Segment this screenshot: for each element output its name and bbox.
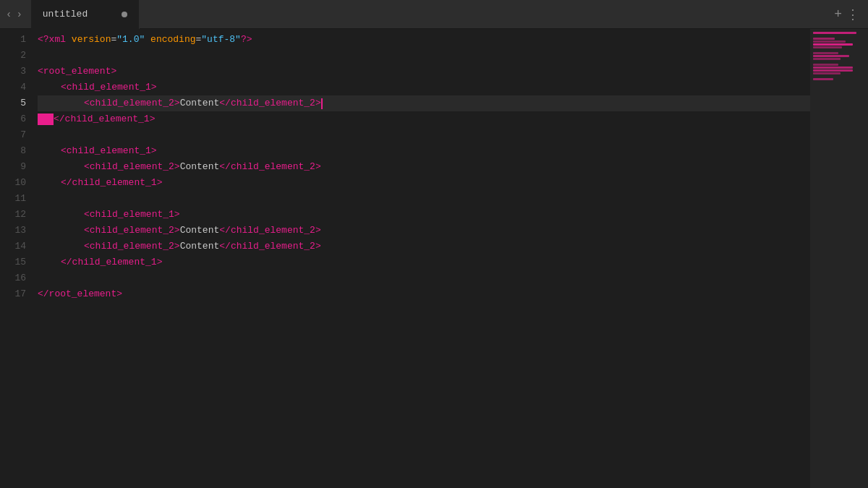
l14-content: Content bbox=[180, 239, 220, 254]
minimap[interactable] bbox=[810, 29, 868, 488]
version-attr: version bbox=[72, 32, 111, 48]
back-arrow[interactable]: ‹ bbox=[6, 9, 12, 20]
l13-child2-open: child_element_2 bbox=[90, 223, 174, 239]
forward-arrow[interactable]: › bbox=[16, 9, 22, 20]
minimap-line-7 bbox=[813, 49, 820, 51]
l5-child2-close: child_element_2 bbox=[231, 95, 315, 111]
line-numbers: 1 2 3 4 5 6 7 8 9 10 11 12 13 14 15 16 1… bbox=[0, 29, 35, 488]
line-num-7: 7 bbox=[0, 127, 26, 143]
l13-cb2: </ bbox=[219, 223, 231, 239]
line-num-14: 14 bbox=[0, 239, 26, 254]
add-tab-button[interactable]: + bbox=[834, 7, 842, 22]
l4-ob: < bbox=[61, 80, 67, 95]
minimap-line-6 bbox=[813, 46, 842, 48]
minimap-line-15 bbox=[813, 72, 841, 74]
line-num-12: 12 bbox=[0, 207, 26, 223]
l17-root-close: root_element bbox=[49, 286, 117, 302]
tab-bar: ‹ › untitled + ⋮ bbox=[0, 0, 868, 29]
minimap-line-16 bbox=[813, 75, 820, 77]
line-num-5: 5 bbox=[0, 95, 26, 111]
code-line-6: </child_element_1> bbox=[38, 111, 810, 127]
code-line-2 bbox=[38, 48, 810, 64]
minimap-line-4 bbox=[813, 40, 846, 43]
l5-child2-open: child_element_2 bbox=[90, 95, 174, 111]
l5-cb3: > bbox=[315, 95, 321, 111]
l3-root: root_element bbox=[43, 64, 111, 80]
code-line-17: </root_element> bbox=[38, 286, 810, 302]
editor-container: 1 2 3 4 5 6 7 8 9 10 11 12 13 14 15 16 1… bbox=[0, 29, 868, 488]
code-line-12: <child_element_1> bbox=[38, 207, 810, 223]
l5-cb2: </ bbox=[219, 95, 231, 111]
l14-cb: > bbox=[174, 239, 180, 254]
active-tab[interactable]: untitled bbox=[31, 0, 140, 29]
minimap-line-9 bbox=[813, 55, 849, 57]
l13-child2-close: child_element_2 bbox=[231, 223, 315, 239]
pi-space bbox=[66, 32, 72, 48]
l12-cb: > bbox=[174, 207, 180, 223]
l12-ob: < bbox=[84, 207, 90, 223]
line-num-8: 8 bbox=[0, 143, 26, 159]
l15-child1-close: child_element_1 bbox=[72, 254, 157, 270]
l10-ob: </ bbox=[61, 175, 72, 191]
tab-title: untitled bbox=[43, 9, 114, 20]
encoding-attr: encoding bbox=[150, 32, 195, 48]
line-num-13: 13 bbox=[0, 223, 26, 239]
editor-main: 1 2 3 4 5 6 7 8 9 10 11 12 13 14 15 16 1… bbox=[0, 29, 810, 488]
encoding-val: "utf-8" bbox=[201, 32, 241, 48]
l9-cb2: </ bbox=[219, 159, 231, 175]
minimap-line-8 bbox=[813, 52, 838, 54]
minimap-line-10 bbox=[813, 58, 841, 60]
l9-ob: < bbox=[84, 159, 90, 175]
code-line-10: </child_element_1> bbox=[38, 175, 810, 191]
tab-modified-dot bbox=[122, 12, 127, 17]
l9-cb: > bbox=[174, 159, 180, 175]
code-line-4: <child_element_1> bbox=[38, 80, 810, 95]
minimap-line-1 bbox=[813, 32, 856, 34]
l15-ob: </ bbox=[61, 254, 72, 270]
code-line-11 bbox=[38, 191, 810, 207]
code-line-1: <?xml version="1.0" encoding="utf-8"?> bbox=[38, 32, 810, 48]
code-line-3: <root_element> bbox=[38, 64, 810, 80]
l6-child1-close: child_element_1 bbox=[65, 111, 150, 127]
line-num-4: 4 bbox=[0, 80, 26, 95]
more-options-button[interactable]: ⋮ bbox=[846, 7, 859, 22]
l6-cb: > bbox=[150, 111, 156, 127]
pi-name: xml bbox=[49, 32, 66, 48]
code-line-5: <child_element_2>Content</child_element_… bbox=[38, 95, 810, 111]
code-line-13: <child_element_2>Content</child_element_… bbox=[38, 223, 810, 239]
l13-cb: > bbox=[174, 223, 180, 239]
l15-cb: > bbox=[157, 254, 163, 270]
l14-cb2: </ bbox=[219, 239, 231, 254]
l13-ob: < bbox=[84, 223, 90, 239]
l14-cb3: > bbox=[315, 239, 321, 254]
line-num-16: 16 bbox=[0, 270, 26, 286]
l14-child2-open: child_element_2 bbox=[90, 239, 174, 254]
code-line-14: <child_element_2>Content</child_element_… bbox=[38, 239, 810, 254]
l17-ob: </ bbox=[38, 286, 49, 302]
line-num-9: 9 bbox=[0, 159, 26, 175]
l13-cb3: > bbox=[315, 223, 321, 239]
line-num-3: 3 bbox=[0, 64, 26, 80]
code-area[interactable]: <?xml version="1.0" encoding="utf-8"?> <… bbox=[35, 29, 810, 488]
minimap-line-13 bbox=[813, 67, 853, 69]
nav-arrows: ‹ › bbox=[3, 9, 25, 20]
l9-cb3: > bbox=[315, 159, 321, 175]
pi-open: <? bbox=[38, 32, 49, 48]
text-cursor bbox=[321, 98, 323, 109]
l6-pink-block bbox=[38, 114, 54, 125]
space2 bbox=[145, 32, 150, 48]
l9-content: Content bbox=[180, 159, 220, 175]
l3-cb: > bbox=[111, 64, 116, 80]
minimap-line-2 bbox=[813, 35, 820, 37]
l12-child1: child_element_1 bbox=[90, 207, 174, 223]
l4-child1: child_element_1 bbox=[67, 80, 151, 95]
line-num-10: 10 bbox=[0, 175, 26, 191]
tab-bar-actions: + ⋮ bbox=[834, 7, 859, 22]
l17-cb: > bbox=[116, 286, 122, 302]
code-line-16 bbox=[38, 270, 810, 286]
l10-child1-close: child_element_1 bbox=[72, 175, 157, 191]
l5-content: Content bbox=[180, 95, 220, 111]
line-num-6: 6 bbox=[0, 111, 26, 127]
l14-child2-close: child_element_2 bbox=[231, 239, 315, 254]
l3-ob: < bbox=[38, 64, 43, 80]
